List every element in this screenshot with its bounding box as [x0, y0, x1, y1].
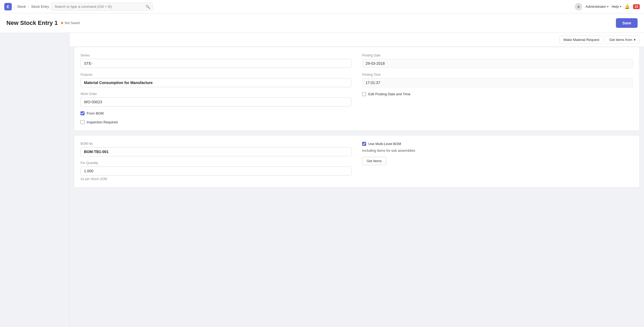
edit-posting-checkbox-row[interactable]: Edit Posting Date and Time	[362, 92, 633, 96]
breadcrumb-sep-2: ›	[28, 5, 29, 9]
bom-no-field-group: BOM No	[80, 142, 351, 156]
page-title: New Stock Entry 1	[6, 20, 58, 26]
series-input[interactable]	[80, 59, 351, 68]
get-items-button[interactable]: Get Items	[362, 157, 386, 165]
purpose-label: Purpose	[80, 73, 351, 77]
work-order-input[interactable]	[80, 97, 351, 107]
edit-posting-group: Edit Posting Date and Time	[362, 92, 633, 96]
sidebar	[0, 33, 70, 327]
help-menu-button[interactable]: Help ▾	[612, 5, 621, 9]
sidebar-layout: Make Material Request Get items from ▾ S…	[0, 33, 644, 327]
section-grid-2: BOM No For Quantity As per Stock UOM	[74, 135, 639, 187]
use-multi-level-group: Use Multi-Level BOM Including items for …	[362, 142, 633, 165]
posting-time-value: 17:01:37	[362, 78, 633, 87]
edit-posting-label: Edit Posting Date and Time	[368, 92, 411, 96]
for-quantity-field-group: For Quantity As per Stock UOM	[80, 161, 351, 181]
avatar: A	[575, 3, 582, 10]
topnav-left: E › Stock › Stock Entry 🔍	[4, 3, 568, 10]
bom-no-label: BOM No	[80, 142, 351, 146]
purpose-input[interactable]	[80, 78, 351, 87]
edit-posting-checkbox[interactable]	[362, 92, 366, 96]
from-bom-group: From BOM	[80, 111, 351, 115]
series-field-group: Series	[80, 54, 351, 68]
notifications-badge[interactable]: 14	[633, 4, 640, 9]
for-quantity-input[interactable]	[80, 166, 351, 176]
series-label: Series	[80, 54, 351, 57]
from-bom-label: From BOM	[87, 111, 104, 115]
posting-date-value: 29-03-2018	[362, 59, 633, 68]
inspection-required-group: Inspection Required	[80, 120, 351, 124]
get-items-from-button[interactable]: Get items from ▾	[605, 36, 640, 44]
form-section-1: Series Purpose Work Order	[74, 47, 640, 131]
admin-menu-button[interactable]: Administrator ▾	[585, 5, 608, 9]
breadcrumb-stock[interactable]: Stock	[17, 5, 26, 9]
make-material-request-button[interactable]: Make Material Request	[559, 36, 603, 44]
admin-chevron-icon: ▾	[607, 5, 608, 8]
status-dot	[61, 22, 63, 24]
work-order-field-group: Work Order	[80, 92, 351, 107]
toolbar-row: Make Material Request Get items from ▾	[70, 33, 644, 47]
topnav-right: A Administrator ▾ Help ▾ 🔔 14	[575, 3, 640, 10]
posting-time-field-group: Posting Time 17:01:37	[362, 73, 633, 87]
use-multi-level-checkbox[interactable]	[362, 142, 366, 146]
inspection-required-label: Inspection Required	[87, 120, 118, 124]
get-items-from-chevron-icon: ▾	[634, 38, 636, 42]
get-items-from-label: Get items from	[610, 38, 632, 42]
content-area: Make Material Request Get items from ▾ S…	[70, 33, 644, 327]
form-section-2: BOM No For Quantity As per Stock UOM	[74, 135, 640, 188]
main-content: Make Material Request Get items from ▾ S…	[0, 33, 644, 327]
breadcrumb-sep-1: ›	[14, 5, 15, 9]
from-bom-checkbox[interactable]	[80, 111, 85, 115]
form-grid-1: Series Purpose Work Order	[74, 47, 639, 131]
work-order-label: Work Order	[80, 92, 351, 96]
save-button[interactable]: Save	[616, 18, 638, 28]
including-items-label: Including items for sub assemblies	[362, 149, 633, 153]
for-quantity-label: For Quantity	[80, 161, 351, 165]
page-header: New Stock Entry 1 Not Saved Save	[0, 13, 644, 33]
not-saved-badge: Not Saved	[61, 21, 80, 25]
app-icon[interactable]: E	[4, 3, 12, 10]
purpose-field-group: Purpose	[80, 73, 351, 87]
use-multi-level-label: Use Multi-Level BOM	[368, 142, 401, 146]
inspection-required-checkbox[interactable]	[80, 120, 85, 124]
topnav: E › Stock › Stock Entry 🔍 A Administrato…	[0, 0, 644, 13]
from-bom-checkbox-row[interactable]: From BOM	[80, 111, 351, 115]
notifications-icon[interactable]: 🔔	[624, 4, 630, 9]
breadcrumb-stock-entry[interactable]: Stock Entry	[31, 5, 49, 9]
inspection-required-checkbox-row[interactable]: Inspection Required	[80, 120, 351, 124]
use-multi-level-checkbox-row[interactable]: Use Multi-Level BOM	[362, 142, 633, 146]
search-bar: 🔍	[51, 3, 153, 10]
as-per-stock-uom-label: As per Stock UOM	[80, 177, 351, 181]
help-chevron-icon: ▾	[620, 5, 621, 8]
posting-date-label: Posting Date	[362, 54, 633, 57]
bom-no-input[interactable]	[80, 147, 351, 156]
status-text: Not Saved	[65, 21, 80, 25]
posting-time-label: Posting Time	[362, 73, 633, 77]
page-title-area: New Stock Entry 1 Not Saved	[6, 20, 80, 26]
posting-date-field-group: Posting Date 29-03-2018	[362, 54, 633, 68]
search-input[interactable]	[51, 3, 153, 10]
